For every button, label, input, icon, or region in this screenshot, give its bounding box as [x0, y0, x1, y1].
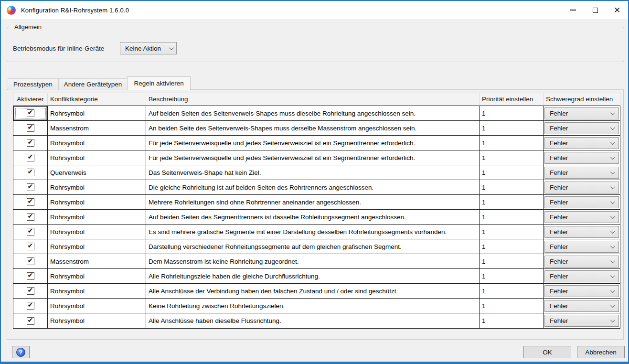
priority-cell[interactable]: 1 — [480, 254, 544, 268]
priority-cell[interactable]: 1 — [480, 269, 544, 283]
help-button[interactable]: ? — [12, 346, 30, 358]
priority-cell[interactable]: 1 — [480, 239, 544, 254]
severity-select[interactable]: Fehler — [544, 196, 619, 208]
column-header-konfliktkategorie[interactable]: Konfliktkategorie — [48, 93, 146, 105]
severity-select[interactable]: Fehler — [544, 270, 619, 282]
priority-cell[interactable]: 1 — [480, 299, 544, 313]
column-header-aktivierer[interactable]: Aktivierer — [13, 93, 48, 105]
category-cell[interactable]: Rohrsymbol — [48, 180, 146, 194]
rule-enabled-checkbox[interactable]: ✔ — [27, 302, 34, 310]
priority-cell[interactable]: 1 — [480, 165, 544, 180]
priority-cell[interactable]: 1 — [480, 121, 544, 135]
description-cell[interactable]: Keine Rohrleitung zwischen Rohrleitungsz… — [146, 299, 480, 313]
category-cell[interactable]: Rohrsymbol — [48, 106, 146, 120]
category-cell[interactable]: Massenstrom — [48, 121, 146, 135]
table-row: ✔ Rohrsymbol Mehrere Rohrleitungen sind … — [13, 195, 620, 210]
priority-cell[interactable]: 1 — [480, 210, 544, 224]
rule-enabled-checkbox[interactable]: ✔ — [27, 213, 34, 221]
priority-cell[interactable]: 1 — [480, 225, 544, 239]
description-cell[interactable]: Alle Rohrleitungsziele haben die gleiche… — [146, 269, 480, 283]
category-cell[interactable]: Rohrsymbol — [48, 136, 146, 150]
description-cell[interactable]: An beiden Seite des Seitenverweis-Shapes… — [146, 121, 480, 135]
rule-enabled-checkbox[interactable]: ✔ — [27, 124, 34, 132]
category-cell[interactable]: Rohrsymbol — [48, 284, 146, 298]
severity-select[interactable]: Fehler — [544, 107, 619, 119]
severity-select[interactable]: Fehler — [544, 182, 619, 193]
severity-select[interactable]: Fehler — [544, 167, 619, 179]
cancel-button[interactable]: Abbrechen — [577, 346, 625, 358]
severity-select[interactable]: Fehler — [544, 300, 619, 312]
category-cell[interactable]: Rohrsymbol — [48, 269, 146, 283]
column-header-prioritaet[interactable]: Priorität einstellen — [480, 93, 544, 105]
severity-select[interactable]: Fehler — [544, 285, 619, 297]
description-cell[interactable]: Für jede Seitenverweisquelle und jedes S… — [146, 150, 480, 165]
checkbox-cell: ✔ — [13, 225, 48, 239]
description-cell[interactable]: Alle Anschlüsse haben dieselbe Flussrich… — [146, 313, 480, 328]
category-cell[interactable]: Rohrsymbol — [48, 299, 146, 313]
rule-enabled-checkbox[interactable]: ✔ — [27, 243, 34, 250]
severity-select[interactable]: Fehler — [544, 241, 619, 253]
severity-select[interactable]: Fehler — [544, 211, 619, 223]
category-cell[interactable]: Massenstrom — [48, 254, 146, 268]
description-cell[interactable]: Für jede Seitenverweisquelle und jedes S… — [146, 136, 480, 150]
priority-cell[interactable]: 1 — [480, 195, 544, 209]
rule-enabled-checkbox[interactable]: ✔ — [27, 154, 34, 161]
severity-cell: Fehler — [544, 165, 620, 180]
rule-enabled-checkbox[interactable]: ✔ — [27, 228, 34, 236]
severity-select[interactable]: Fehler — [544, 315, 619, 327]
rule-enabled-checkbox[interactable]: ✔ — [27, 183, 34, 191]
category-cell[interactable]: Rohrsymbol — [48, 239, 146, 254]
rule-enabled-checkbox[interactable]: ✔ — [27, 109, 34, 117]
ok-button[interactable]: OK — [523, 346, 571, 358]
description-cell[interactable]: Dem Massenstrom ist keine Rohrleitung zu… — [146, 254, 480, 268]
description-cell[interactable]: Es sind mehrere grafische Segmente mit e… — [146, 225, 480, 239]
priority-cell[interactable]: 1 — [480, 150, 544, 165]
tab-regeln-aktivieren[interactable]: Regeln aktivieren — [127, 76, 190, 90]
description-cell[interactable]: Darstellung verschiedener Rohrleitungsse… — [146, 239, 480, 254]
minimize-button[interactable] — [562, 1, 584, 19]
column-header-schweregrad[interactable]: Schweregrad einstellen — [544, 93, 620, 105]
checkbox-cell: ✔ — [13, 239, 48, 254]
description-cell[interactable]: Das Seitenverweis-Shape hat kein Ziel. — [146, 165, 480, 180]
table-row: ✔ Rohrsymbol Keine Rohrleitung zwischen … — [13, 299, 620, 313]
description-cell[interactable]: Auf beiden Seiten des Segmenttrenners is… — [146, 210, 480, 224]
priority-cell[interactable]: 1 — [480, 106, 544, 120]
priority-cell[interactable]: 1 — [480, 136, 544, 150]
priority-cell[interactable]: 1 — [480, 313, 544, 328]
severity-select[interactable]: Fehler — [544, 152, 619, 164]
column-header-beschreibung[interactable]: Beschreibung — [146, 93, 480, 105]
rule-enabled-checkbox[interactable]: ✔ — [27, 272, 34, 280]
rule-enabled-checkbox[interactable]: ✔ — [27, 257, 34, 265]
severity-select[interactable]: Fehler — [544, 122, 619, 134]
maximize-button[interactable] — [584, 1, 606, 19]
priority-cell[interactable]: 1 — [480, 180, 544, 194]
category-cell[interactable]: Rohrsymbol — [48, 150, 146, 165]
checkbox-cell: ✔ — [13, 299, 48, 313]
close-button[interactable]: ✕ — [606, 1, 628, 19]
priority-cell[interactable]: 1 — [480, 284, 544, 298]
description-cell[interactable]: Die gleiche Rohrleitung ist auf beiden S… — [146, 180, 480, 194]
description-cell[interactable]: Alle Anschlüsse der Verbindung haben den… — [146, 284, 480, 298]
severity-select[interactable]: Fehler — [544, 226, 619, 238]
rule-enabled-checkbox[interactable]: ✔ — [27, 287, 34, 295]
category-cell[interactable]: Rohrsymbol — [48, 313, 146, 328]
description-cell[interactable]: Auf beiden Seiten des Seitenverweis-Shap… — [146, 106, 480, 120]
inline-device-mode-select[interactable]: Keine Aktion — [120, 42, 177, 54]
checkbox-cell: ✔ — [13, 210, 48, 224]
checkmark-icon: ✔ — [28, 123, 33, 131]
severity-select[interactable]: Fehler — [544, 137, 619, 149]
category-cell[interactable]: Rohrsymbol — [48, 225, 146, 239]
rule-enabled-checkbox[interactable]: ✔ — [27, 139, 34, 147]
category-cell[interactable]: Rohrsymbol — [48, 210, 146, 224]
category-cell[interactable]: Rohrsymbol — [48, 195, 146, 209]
severity-select[interactable]: Fehler — [544, 256, 619, 268]
description-cell[interactable]: Mehrere Rohrleitungen sind ohne Rohrtren… — [146, 195, 480, 209]
tab-strip: Prozesstypen Andere Gerätetypen Regeln a… — [8, 76, 191, 90]
rule-enabled-checkbox[interactable]: ✔ — [27, 198, 34, 206]
tab-prozesstypen[interactable]: Prozesstypen — [8, 78, 58, 90]
severity-cell: Fehler — [544, 180, 620, 194]
category-cell[interactable]: Querverweis — [48, 165, 146, 180]
rule-enabled-checkbox[interactable]: ✔ — [27, 169, 34, 176]
rule-enabled-checkbox[interactable]: ✔ — [27, 317, 34, 325]
tab-andere-geraetetypen[interactable]: Andere Gerätetypen — [58, 78, 128, 90]
